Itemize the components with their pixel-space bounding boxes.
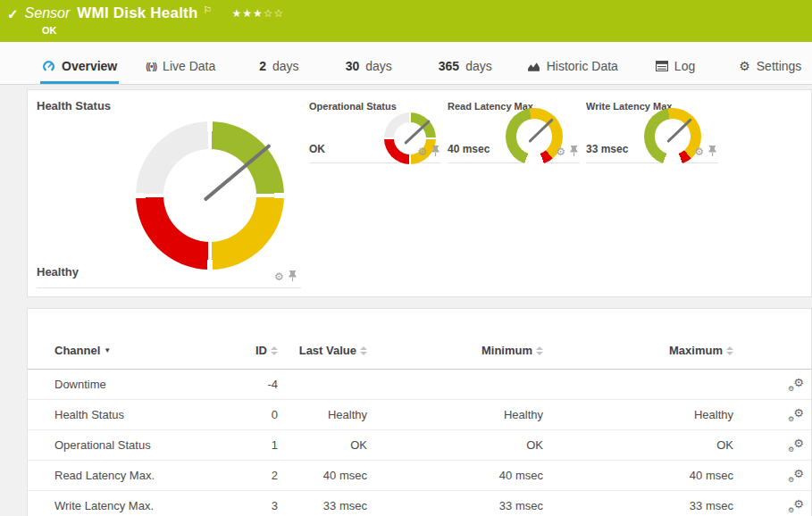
column-header-last-value[interactable]: Last Value: [299, 344, 367, 357]
pin-icon[interactable]: [708, 144, 716, 160]
channel-last-value: 40 msec: [278, 469, 367, 482]
sort-carets-icon: [360, 346, 367, 355]
sort-descending-icon: ▼: [104, 346, 111, 354]
column-header-maximum[interactable]: Maximum: [669, 344, 733, 357]
tab-2-days[interactable]: 2 days: [257, 54, 300, 84]
channel-name: Read Latency Max.: [28, 469, 238, 482]
channel-settings-gears-icon[interactable]: ⚙⚙: [788, 499, 804, 513]
sort-carets-icon: [271, 346, 278, 355]
gauge-settings-gear-icon[interactable]: ⚙: [694, 146, 704, 157]
table-row-downtime[interactable]: Downtime -4 ⚙⚙: [28, 370, 811, 400]
write-latency-value: 33 msec: [586, 143, 628, 155]
gear-icon: ⚙: [739, 60, 750, 72]
column-header-last-value-label: Last Value: [299, 344, 356, 357]
channel-maximum: 40 msec: [543, 469, 733, 482]
channel-name: Downtime: [28, 378, 238, 391]
channel-name: Write Latency Max.: [28, 499, 238, 512]
channel-settings-gears-icon[interactable]: ⚙⚙: [788, 438, 804, 453]
pin-icon[interactable]: [289, 269, 297, 285]
channel-id: 0: [238, 408, 278, 421]
health-status-gauge: [136, 121, 284, 270]
table-row-health-status[interactable]: Health Status 0 Healthy Healthy Healthy …: [28, 400, 811, 430]
priority-flag-icon[interactable]: ⚐: [204, 4, 213, 16]
sensor-header: ✓ Sensor WMI Disk Health ⚐ ★★★☆☆ OK: [0, 0, 812, 42]
column-header-channel-label: Channel: [54, 344, 100, 357]
channel-name: Operational Status: [28, 438, 238, 452]
column-header-maximum-label: Maximum: [669, 344, 723, 357]
channel-minimum: Healthy: [367, 408, 543, 421]
gauge-settings-gear-icon[interactable]: ⚙: [274, 271, 284, 282]
channel-last-value: OK: [278, 438, 367, 452]
area-chart-icon: [527, 61, 540, 72]
tab-historic-data[interactable]: Historic Data: [525, 54, 620, 84]
sort-carets-icon: [726, 346, 733, 355]
sensor-title: WMI Disk Health: [77, 4, 197, 22]
tab-30-days[interactable]: 30 days: [344, 54, 394, 84]
tab-2-days-number: 2: [259, 59, 266, 73]
tab-365-days[interactable]: 365 days: [437, 54, 494, 84]
write-latency-gauge: [644, 108, 701, 165]
status-ok-check-icon: ✓: [7, 6, 19, 22]
tab-settings-label: Settings: [757, 59, 802, 73]
tab-log[interactable]: Log: [654, 54, 697, 84]
tab-30-days-number: 30: [346, 59, 360, 73]
channel-id: -4: [238, 378, 278, 391]
table-row-read-latency[interactable]: Read Latency Max. 2 40 msec 40 msec 40 m…: [28, 461, 811, 491]
channels-table-panel: Channel ▼ ID Last Value Minimum Maximum: [27, 308, 812, 516]
broadcast-icon: ((•)): [146, 62, 156, 71]
sensor-status-badge: OK: [42, 25, 57, 36]
channel-minimum: 33 msec: [367, 499, 543, 512]
tab-2-days-label: days: [272, 59, 299, 73]
table-row-write-latency[interactable]: Write Latency Max. 3 33 msec 33 msec 33 …: [28, 491, 811, 516]
tab-settings[interactable]: ⚙ Settings: [737, 54, 803, 84]
column-header-id-label: ID: [255, 344, 267, 357]
channel-id: 2: [238, 469, 278, 482]
channel-last-value: Healthy: [278, 408, 367, 421]
channel-maximum: Healthy: [543, 408, 733, 421]
pin-icon[interactable]: [570, 144, 578, 160]
read-latency-gauge: [506, 108, 563, 165]
object-kind-label: Sensor: [25, 5, 71, 21]
gauge-settings-gear-icon[interactable]: ⚙: [556, 146, 565, 157]
tab-bar: Overview ((•)) Live Data 2 days 30 days …: [0, 42, 812, 85]
pin-icon[interactable]: [431, 144, 439, 160]
health-status-gauge-value: Healthy: [37, 265, 79, 279]
column-header-id[interactable]: ID: [255, 344, 278, 357]
tab-historic-data-label: Historic Data: [547, 59, 618, 73]
operational-status-widget: Operational Status OK ⚙: [309, 97, 441, 163]
tab-log-label: Log: [674, 59, 695, 73]
channel-minimum: 40 msec: [367, 469, 543, 482]
tab-30-days-label: days: [365, 59, 392, 73]
gauge-settings-gear-icon[interactable]: ⚙: [417, 146, 427, 157]
table-header-row: Channel ▼ ID Last Value Minimum Maximum: [28, 332, 811, 370]
tab-overview[interactable]: Overview: [40, 54, 119, 84]
channel-settings-gears-icon[interactable]: ⚙⚙: [788, 469, 804, 483]
tab-365-days-label: days: [465, 59, 492, 73]
channel-last-value: 33 msec: [278, 499, 367, 512]
operational-status-title: Operational Status: [309, 101, 397, 112]
column-header-minimum-label: Minimum: [481, 344, 532, 357]
gauges-panel: Health Status Healthy ⚙ Operational Stat…: [27, 89, 812, 297]
page-content: Health Status Healthy ⚙ Operational Stat…: [0, 85, 812, 516]
gauge-divider: [37, 287, 301, 288]
channel-settings-gears-icon[interactable]: ⚙⚙: [788, 378, 804, 392]
table-row-operational-status[interactable]: Operational Status 1 OK OK OK ⚙⚙: [28, 430, 811, 461]
tab-live-data-label: Live Data: [163, 59, 215, 73]
priority-stars[interactable]: ★★★☆☆: [231, 7, 284, 20]
health-status-gauge-title: Health Status: [37, 99, 111, 112]
tab-overview-label: Overview: [62, 59, 117, 73]
channel-id: 3: [238, 499, 278, 512]
channel-maximum: 33 msec: [543, 499, 733, 512]
channel-minimum: OK: [367, 438, 543, 452]
channel-name: Health Status: [28, 408, 238, 421]
column-header-channel[interactable]: Channel ▼: [54, 344, 111, 357]
column-header-minimum[interactable]: Minimum: [481, 344, 543, 357]
channel-id: 1: [238, 438, 278, 452]
log-icon: [656, 61, 668, 71]
gauge-icon: [42, 60, 55, 72]
channel-settings-gears-icon[interactable]: ⚙⚙: [788, 408, 804, 422]
tab-live-data[interactable]: ((•)) Live Data: [144, 54, 217, 84]
read-latency-value: 40 msec: [448, 143, 490, 155]
read-latency-widget: Read Latency Max. 40 msec ⚙: [448, 97, 580, 163]
channel-maximum: OK: [543, 438, 733, 452]
